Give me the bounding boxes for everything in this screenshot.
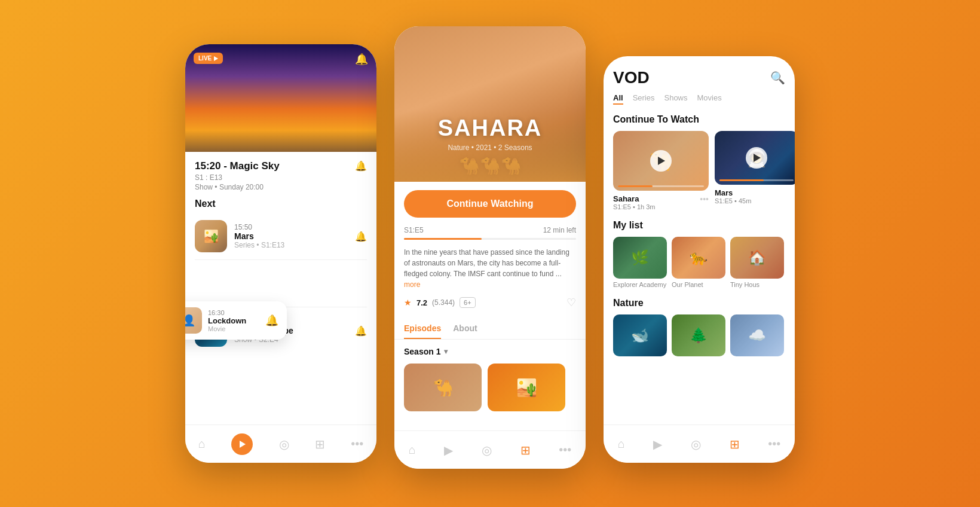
nav-compass-icon[interactable]: ◎ bbox=[482, 443, 492, 457]
mars-continue-thumb: 👨‍🚀 bbox=[715, 131, 795, 185]
nav-home-icon[interactable]: ⌂ bbox=[618, 437, 625, 451]
nature-forest[interactable]: 🌲 bbox=[672, 314, 725, 356]
play-triangle bbox=[658, 157, 665, 165]
lockdown-type: Movie bbox=[208, 325, 259, 332]
whale-bg: 🐋 bbox=[613, 314, 667, 356]
explorer-bg: 🌿 bbox=[613, 237, 667, 279]
nav-more-icon[interactable]: ••• bbox=[351, 437, 363, 451]
live-label: LIVE bbox=[198, 55, 212, 62]
play-icon bbox=[214, 56, 218, 61]
house-bg: 🏠 bbox=[730, 237, 784, 279]
season-label: Season 1 bbox=[404, 347, 440, 356]
p2-content: Continue Watching S1:E5 12 min left In t… bbox=[394, 182, 586, 323]
continue-watching-button[interactable]: Continue Watching bbox=[404, 190, 576, 218]
p3-nature-label: Nature bbox=[604, 298, 795, 309]
p1-bottom-nav: ⌂ ◎ ⊞ ••• bbox=[185, 424, 376, 463]
mars-time: 15:50 bbox=[234, 223, 348, 231]
p2-hero-image: 🐪🐪🐪 SAHARA Nature • 2021 • 2 Seasons bbox=[394, 26, 586, 182]
lockdown-thumbnail: 👤 bbox=[185, 307, 202, 334]
p3-continue-row: 🐪 Sahara S1:E5 • 1h 3m ••• 👨‍� bbox=[604, 131, 795, 210]
planet-bg: 🐆 bbox=[672, 237, 725, 279]
episode-2-thumb[interactable]: 🏜️ bbox=[488, 364, 565, 411]
episode-1-thumb[interactable]: 🐪 bbox=[404, 364, 482, 411]
nav-play-icon[interactable]: ▶ bbox=[653, 437, 662, 451]
filter-all[interactable]: All bbox=[613, 93, 623, 105]
sahara-card-sub: S1:E5 • 1h 3m bbox=[613, 203, 709, 210]
nav-home-icon[interactable]: ⌂ bbox=[409, 443, 416, 457]
sahara-more-icon[interactable]: ••• bbox=[700, 194, 709, 204]
mars-card-title: Mars bbox=[715, 188, 795, 197]
mars-sub: Series • S1:E13 bbox=[234, 241, 348, 249]
nav-home-icon[interactable]: ⌂ bbox=[198, 437, 206, 451]
p1-show-sub: S1 : E13 bbox=[195, 173, 280, 182]
tab-about[interactable]: About bbox=[453, 323, 477, 339]
divider bbox=[195, 259, 367, 260]
sahara-continue-card[interactable]: 🐪 Sahara S1:E5 • 1h 3m ••• bbox=[613, 131, 709, 210]
ocean-bell-icon[interactable]: 🔔 bbox=[355, 325, 367, 337]
p3-mylist-label: My list bbox=[604, 220, 795, 231]
p2-progress-row: S1:E5 12 min left bbox=[404, 226, 576, 234]
p1-show-type: Show • Sunday 20:00 bbox=[195, 183, 280, 191]
explorer-thumb: 🌿 bbox=[613, 237, 667, 279]
mars-card-info: Mars S1:E5 • 45m bbox=[715, 188, 795, 204]
p2-description: In the nine years that have passed since… bbox=[404, 247, 576, 290]
p2-bottom-nav: ⌂ ▶ ◎ ⊞ ••• bbox=[394, 430, 586, 469]
lockdown-time: 16:30 bbox=[208, 309, 259, 316]
planet-label: Our Planet bbox=[672, 281, 725, 288]
lockdown-notification[interactable]: 👤 16:30 Lockdown Movie 🔔 bbox=[185, 301, 287, 340]
nav-compass-icon[interactable]: ◎ bbox=[691, 437, 701, 451]
list-item[interactable]: 🏜️ 15:50 Mars Series • S1:E13 🔔 bbox=[195, 215, 367, 257]
nature-clouds[interactable]: ☁️ bbox=[730, 314, 784, 356]
p1-show-title: 15:20 - Magic Sky bbox=[195, 160, 280, 172]
house-thumb: 🏠 bbox=[730, 237, 784, 279]
nav-grid-icon[interactable]: ⊞ bbox=[315, 437, 325, 451]
play-overlay-mars bbox=[746, 147, 767, 169]
play-triangle bbox=[240, 441, 246, 448]
sahara-continue-thumb: 🐪 bbox=[613, 131, 709, 191]
mylist-house[interactable]: 🏠 Tiny Hous bbox=[730, 237, 784, 288]
nature-whale[interactable]: 🐋 bbox=[613, 314, 667, 356]
hero-bell-icon[interactable]: 🔔 bbox=[355, 53, 368, 66]
play-triangle-mars bbox=[754, 154, 761, 162]
house-label: Tiny Hous bbox=[730, 281, 784, 288]
nav-play-button[interactable] bbox=[231, 433, 253, 455]
sahara-progress-fill bbox=[618, 185, 653, 187]
show-bell-icon[interactable]: 🔔 bbox=[355, 160, 367, 172]
nav-compass-icon[interactable]: ◎ bbox=[279, 437, 289, 451]
p2-show-title: SAHARA bbox=[394, 115, 586, 141]
nav-play-icon[interactable]: ▶ bbox=[444, 443, 453, 457]
lockdown-title: Lockdown bbox=[208, 316, 259, 325]
lockdown-bell-icon[interactable]: 🔔 bbox=[265, 314, 278, 327]
nav-grid-icon[interactable]: ⊞ bbox=[730, 437, 740, 451]
nav-grid-icon[interactable]: ⊞ bbox=[520, 443, 531, 457]
p2-season-row[interactable]: Season 1 ▾ bbox=[394, 347, 586, 356]
mars-continue-card[interactable]: 👨‍🚀 Mars S1:E5 • 45m bbox=[715, 131, 795, 210]
mylist-explorer[interactable]: 🌿 Explorer Academy bbox=[613, 237, 667, 288]
filter-shows[interactable]: Shows bbox=[664, 93, 687, 105]
tab-episodes[interactable]: Episodes bbox=[404, 323, 441, 339]
notification-spacer bbox=[195, 262, 367, 304]
nav-more-icon[interactable]: ••• bbox=[559, 443, 571, 457]
p2-more-link[interactable]: more bbox=[404, 280, 420, 289]
ep1-bg: 🐪 bbox=[404, 364, 482, 411]
mars-card-sub: S1:E5 • 45m bbox=[715, 197, 795, 204]
p3-bottom-nav: ⌂ ▶ ◎ ⊞ ••• bbox=[604, 424, 795, 463]
p1-show-info: 15:20 - Magic Sky S1 : E13 Show • Sunday… bbox=[195, 160, 280, 191]
p2-tabs: Episodes About bbox=[394, 323, 586, 340]
nav-more-icon[interactable]: ••• bbox=[768, 437, 780, 451]
ep2-bg: 🏜️ bbox=[488, 364, 565, 411]
forest-bg: 🌲 bbox=[672, 314, 725, 356]
p2-score: 7.2 bbox=[416, 298, 427, 307]
p3-page-title: VOD bbox=[613, 68, 650, 87]
heart-icon[interactable]: ♡ bbox=[566, 296, 576, 309]
filter-series[interactable]: Series bbox=[633, 93, 655, 105]
star-icon: ★ bbox=[404, 298, 412, 307]
mars-bell-icon[interactable]: 🔔 bbox=[355, 231, 367, 242]
lockdown-info: 16:30 Lockdown Movie bbox=[208, 309, 259, 332]
p2-episode-label: S1:E5 bbox=[404, 226, 424, 234]
search-icon[interactable]: 🔍 bbox=[770, 71, 785, 85]
filter-movies[interactable]: Movies bbox=[697, 93, 722, 105]
sahara-card-title: Sahara bbox=[613, 194, 709, 203]
phones-container: LIVE 🔔 15:20 - Magic Sky S1 : E13 Show •… bbox=[185, 38, 795, 469]
mylist-planet[interactable]: 🐆 Our Planet bbox=[672, 237, 725, 288]
